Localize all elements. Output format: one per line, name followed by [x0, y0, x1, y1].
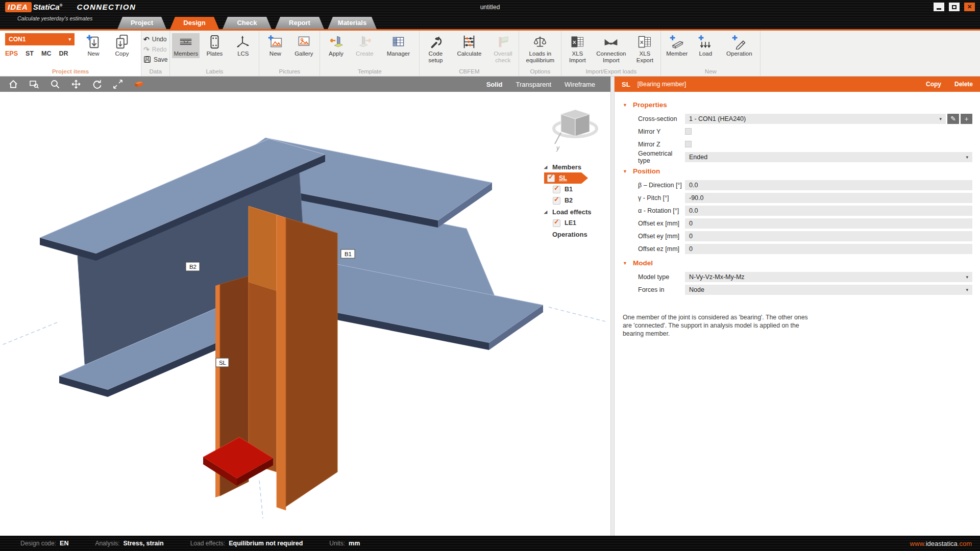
offset-ex-input[interactable]: 0	[685, 218, 972, 229]
delete-member-button[interactable]: Delete	[954, 81, 973, 88]
checkbox-checked-icon[interactable]: ✓	[553, 186, 560, 193]
member-tag-b1[interactable]: B1	[341, 249, 355, 258]
model-type-select[interactable]: N-Vy-Vz-Mx-My-Mz ▾	[685, 272, 972, 282]
tree-load-effects-header[interactable]: ◢ Load effects	[544, 206, 608, 217]
edit-cross-section-button[interactable]: ✎	[947, 114, 959, 124]
mode-st[interactable]: ST	[26, 50, 34, 57]
tab-design[interactable]: Design	[170, 17, 219, 29]
solid-brick-icon[interactable]	[134, 79, 144, 89]
view-mode-solid[interactable]: Solid	[486, 81, 503, 88]
plates-button[interactable]: Plates	[201, 33, 228, 58]
member-tag-b2[interactable]: B2	[186, 262, 200, 271]
expander-icon[interactable]: ◢	[544, 210, 549, 214]
cross-section-select[interactable]: 1 - CON1 (HEA240) ▾	[685, 114, 946, 124]
collapse-triangle-icon[interactable]: ▼	[623, 169, 627, 174]
pan-icon[interactable]	[71, 79, 81, 89]
copy-member-button[interactable]: Copy	[926, 81, 941, 88]
save-label: Save	[154, 56, 167, 63]
beta-direction-value: 0.0	[689, 182, 698, 189]
create-template-button[interactable]: Create	[351, 33, 378, 58]
redo-button[interactable]: ↷Redo	[143, 44, 167, 54]
new-member-button[interactable]: Member	[663, 33, 691, 58]
offset-ez-input[interactable]: 0	[685, 244, 972, 254]
home-view-icon[interactable]	[8, 79, 18, 89]
overall-check-button[interactable]: Overall check	[489, 33, 517, 64]
mirror-y-checkbox[interactable]	[685, 128, 692, 135]
offset-ey-input[interactable]: 0	[685, 231, 972, 241]
apply-template-button[interactable]: Apply	[322, 33, 350, 58]
checkbox-checked-icon[interactable]: ✓	[553, 197, 560, 205]
tree-operations-header[interactable]: ◢ Operations	[544, 229, 608, 240]
tree-item-b1[interactable]: ✓ B1	[544, 184, 608, 195]
template-manager-label: Manager	[387, 51, 410, 57]
minimize-button[interactable]	[934, 3, 944, 11]
website-suffix: .com	[958, 540, 972, 547]
view-mode-transparent[interactable]: Transparent	[516, 81, 551, 88]
lcs-button[interactable]: LCS	[229, 33, 257, 58]
collapse-triangle-icon[interactable]: ▼	[623, 261, 627, 266]
status-design-code: Design code: EN	[20, 540, 68, 547]
zoom-fit-icon[interactable]	[113, 79, 123, 89]
new-load-button[interactable]: Load	[692, 33, 719, 58]
add-cross-section-button[interactable]: ＋	[961, 114, 972, 124]
group-label-import-export: Import/Export loads	[564, 68, 658, 76]
maximize-button[interactable]	[949, 3, 960, 11]
mode-dr[interactable]: DR	[59, 50, 68, 57]
checkbox-checked-icon[interactable]: ✓	[553, 219, 560, 227]
tab-check[interactable]: Check	[223, 17, 272, 29]
3d-canvas[interactable]: B2 B1 SL	[0, 92, 610, 536]
member-tag-sl[interactable]: SL	[216, 358, 229, 367]
section-position[interactable]: ▼ Position	[618, 163, 972, 179]
collapse-triangle-icon[interactable]: ▼	[623, 103, 627, 108]
geometrical-type-select[interactable]: Ended ▾	[685, 152, 972, 162]
geometrical-type-label: Geometrical type	[618, 150, 685, 164]
members-button[interactable]: Members	[172, 33, 200, 58]
axes-icon	[235, 34, 251, 49]
mode-eps[interactable]: EPS	[5, 50, 18, 57]
picture-new-button[interactable]: New	[261, 33, 289, 58]
checkbox-checked-icon[interactable]: ✓	[547, 174, 555, 182]
zoom-icon[interactable]	[50, 79, 60, 89]
navigation-cube[interactable]: y	[551, 106, 600, 153]
gamma-pitch-input[interactable]: -90.0	[685, 193, 972, 203]
xls-export-button[interactable]: X XLS Export	[631, 33, 658, 64]
undo-button[interactable]: ↶Undo	[143, 34, 167, 44]
tab-report[interactable]: Report	[275, 17, 324, 29]
close-button[interactable]: ✕	[964, 3, 975, 11]
properties-panel-body: ▼ Properties Cross-section 1 - CON1 (HEA…	[615, 92, 980, 338]
connection-import-button[interactable]: Connection Import	[592, 33, 630, 64]
new-item-button[interactable]: New	[80, 33, 107, 58]
tree-item-sl[interactable]: ✓ SL	[544, 172, 588, 184]
section-properties[interactable]: ▼ Properties	[618, 97, 972, 112]
row-forces-in: Forces in Node ▾	[618, 283, 972, 296]
project-item-select[interactable]: CON1 ▾	[5, 33, 75, 45]
template-manager-button[interactable]: Manager	[379, 33, 417, 58]
section-model[interactable]: ▼ Model	[618, 255, 972, 270]
panel-divider[interactable]	[610, 77, 615, 536]
save-button[interactable]: Save	[143, 55, 167, 64]
gallery-button[interactable]: Gallery	[290, 33, 317, 58]
code-setup-button[interactable]: Code setup	[422, 33, 449, 64]
tab-project[interactable]: Project	[117, 17, 166, 29]
view-mode-wireframe[interactable]: Wireframe	[565, 81, 595, 88]
beta-direction-input[interactable]: 0.0	[685, 180, 972, 190]
alpha-rotation-input[interactable]: 0.0	[685, 206, 972, 216]
new-operation-button[interactable]: Operation	[720, 33, 758, 58]
zoom-window-icon[interactable]	[29, 79, 39, 89]
loads-in-equilibrium-button[interactable]: Loads in equilibrium	[521, 33, 559, 64]
xls-import-button[interactable]: X XLS Import	[564, 33, 591, 64]
mirror-z-checkbox[interactable]	[685, 141, 692, 147]
tree-item-b2[interactable]: ✓ B2	[544, 195, 608, 206]
website-link[interactable]: www.ideastatica.com	[910, 540, 972, 547]
tab-materials[interactable]: Materials	[328, 17, 377, 29]
expander-icon[interactable]: ◢	[544, 165, 549, 169]
view-mode-switch: Solid Transparent Wireframe	[486, 81, 607, 88]
copy-item-button[interactable]: Copy	[108, 33, 136, 58]
viewport: Solid Transparent Wireframe	[0, 77, 610, 536]
tree-members-header[interactable]: ◢ Members	[544, 161, 608, 172]
tree-item-le1[interactable]: ✓ LE1	[544, 217, 608, 229]
forces-in-select[interactable]: Node ▾	[685, 285, 972, 295]
calculate-button[interactable]: Calculate	[450, 33, 488, 58]
rotate-view-icon[interactable]	[92, 79, 102, 89]
mode-mc[interactable]: MC	[41, 50, 51, 57]
